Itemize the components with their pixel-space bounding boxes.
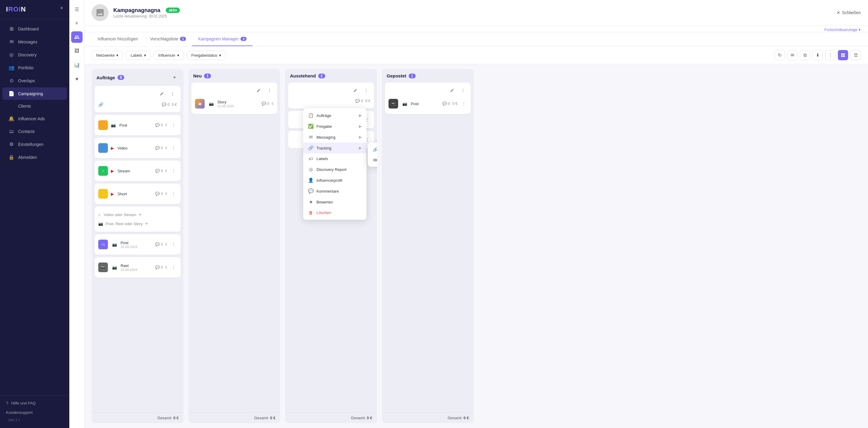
tab-kampagnen-manager[interactable]: Kampagnen Manager 3 (192, 32, 253, 46)
copy-button[interactable]: ⧉ (800, 50, 810, 60)
close-x-icon: ✕ (837, 10, 840, 15)
ctx-labels-label: Labels (316, 156, 328, 161)
ctx-discovery-report[interactable]: ◎ Discovery Report (303, 164, 367, 175)
download-button[interactable]: ⬇ (812, 50, 823, 60)
sidebar-item-einstellungen[interactable]: ⚙ Einstellungen (2, 138, 67, 150)
card-more-short[interactable]: ⋮ (170, 190, 177, 197)
ctx-labels[interactable]: 🏷 Labels (303, 153, 367, 164)
sidebar-item-dashboard[interactable]: ⊞ Dashboard (2, 23, 67, 35)
ctx-freigabe[interactable]: ✅ Freigabe ▶ (303, 121, 367, 132)
refresh-button[interactable]: ↻ (775, 50, 785, 60)
ctx-tracking[interactable]: 🔗 Tracking ▶ 🔗 Trackinglinks 🎟 Gutsche (303, 143, 367, 153)
more-button[interactable]: ⋮ (825, 50, 835, 60)
col-add-auftraege[interactable]: + (170, 73, 179, 82)
filter-influencer[interactable]: Influencer ▾ (154, 51, 184, 60)
add-row-instagram[interactable]: 📷 Post, Reel oder Story + (98, 219, 177, 228)
sidebar-item-campaigning[interactable]: 📄 Campaigning (2, 87, 67, 100)
instagram-icon-post2: 📷 (112, 242, 117, 247)
card-edit-icon-neu[interactable] (254, 86, 263, 95)
sidebar-item-messages[interactable]: ✉ Messages (2, 36, 67, 48)
chevron-freigabestatus: ▾ (219, 53, 221, 58)
card-more-video[interactable]: ⋮ (170, 145, 177, 151)
card-type-post2: Post (121, 241, 152, 245)
strip-chart[interactable]: 📊 (71, 59, 83, 70)
card-more-icon[interactable]: ⋮ (168, 90, 177, 98)
thumb-story: 🌅 (195, 99, 205, 109)
card-more-icon-neu[interactable]: ⋮ (265, 86, 274, 95)
strip-star[interactable]: ★ (71, 73, 83, 84)
ctx-influencerprofil-label: Influencerprofil (316, 178, 342, 183)
strip-list[interactable]: ≡ (71, 18, 83, 29)
card-more-icon-ausstehend[interactable]: ⋮ (362, 86, 370, 95)
card-edit-icon-gepostet[interactable] (448, 86, 456, 95)
ctx-kommentare[interactable]: 💬 Kommentare (303, 186, 367, 196)
card-more-stream[interactable]: ⋮ (170, 167, 177, 174)
tab-influencer-hinzufuegen[interactable]: Influencer hinzufügen (92, 32, 144, 46)
sidebar-version: IMS 3.7 (2, 417, 67, 423)
sidebar-item-portfolio[interactable]: 👥 Portfolio (2, 61, 67, 74)
card-more-post[interactable]: ⋮ (170, 122, 177, 128)
strip-users[interactable] (71, 31, 83, 43)
comment-stat: 💬 0 (162, 102, 169, 107)
card-more-gepostet[interactable]: ⋮ (461, 100, 467, 107)
context-submenu: 🔗 Trackinglinks 🎟 Gutschein (368, 143, 377, 167)
sidebar-item-abmelden[interactable]: 🔒 Abmelden (2, 151, 67, 163)
ctx-gutschein[interactable]: 🎟 Gutschein (368, 155, 377, 165)
card-row-post2: +1 📷 Post 16.09.2024 💬 0 € ⋮ (98, 238, 177, 251)
instagram-icon-add: 📷 (98, 221, 103, 226)
sidebar-item-influencer-ads[interactable]: 🔔 Influencer Ads (2, 113, 67, 125)
campaign-meta: Letzte Aktualisierung: 30.01.2025 (113, 14, 832, 19)
card-more-post2[interactable]: ⋮ (170, 241, 177, 248)
ctx-influencerprofil[interactable]: 👤 Influencerprofil (303, 175, 367, 186)
ctx-discovery-report-icon: ◎ (308, 167, 313, 172)
link-icon: 🔗 (98, 102, 103, 107)
ctx-influencerprofil-icon: 👤 (308, 178, 313, 183)
sidebar-close-icon[interactable]: × (60, 5, 63, 11)
card-row-video: ▶ Video 💬 0 € ⋮ (98, 141, 177, 155)
card-date-post2: 16.09.2024 (121, 245, 152, 249)
filter-labels[interactable]: Labels ▾ (126, 51, 150, 60)
ctx-freigabe-icon: ✅ (308, 124, 313, 129)
card-more-reel[interactable]: ⋮ (170, 264, 177, 271)
card-edit-icon[interactable] (158, 90, 166, 98)
sidebar-item-contacts[interactable]: 🗂 Contacts (2, 125, 67, 137)
thumb-blue (98, 143, 108, 153)
kanban-cards-auftraege: ⋮ 🔗 💬 0 0 € 📷 (92, 86, 184, 412)
card-edit-icon-ausstehend[interactable] (351, 86, 360, 95)
progress-link[interactable]: Fortschrittsanzeige ▾ (824, 27, 861, 32)
filter-freigabestatus[interactable]: Freigabestatus ▾ (187, 51, 226, 60)
add-row-youtube[interactable]: ▶ Video oder Stream + (98, 210, 177, 219)
view-list-button[interactable]: ☰ (850, 50, 861, 60)
icon-strip: ☰ ≡ 🖼 📊 ★ (69, 0, 84, 428)
card-auftraege-7: +1 📷 Post 16.09.2024 💬 0 € ⋮ (95, 234, 181, 255)
thumb-cam2: 📷 (389, 99, 398, 109)
card-date-story: 12.09.2024 (217, 104, 258, 108)
strip-menu[interactable]: ☰ (71, 4, 83, 15)
filter-netzwerke[interactable]: Netzwerke ▾ (92, 51, 123, 60)
sidebar-item-overlaps[interactable]: ⊙ Overlaps (2, 74, 67, 87)
sidebar-item-discovery[interactable]: ◎ Discovery (2, 49, 67, 61)
close-button[interactable]: ✕ Schließen (837, 10, 861, 15)
ctx-messaging[interactable]: ✉ Messaging ▶ (303, 132, 367, 143)
email-button[interactable]: ✉ (787, 50, 798, 60)
card-more-icon-gepostet[interactable]: ⋮ (459, 86, 467, 95)
card-stats-short: 💬 0 € (155, 192, 167, 196)
ctx-auftraege[interactable]: 📋 Aufträge ▶ (303, 110, 367, 121)
tab-badge-kampagnen-manager: 3 (241, 37, 247, 41)
kanban-cards-gepostet: ⋮ 📷 📷 Post 💬 0 0 € ⋮ (382, 83, 474, 412)
tab-vorschlagsliste[interactable]: Vorschlagsliste 1 (144, 32, 192, 46)
sidebar-item-clients[interactable]: Clients (2, 100, 67, 112)
kanban-footer-ausstehend: Gesamt: 0 € (285, 412, 377, 423)
view-grid-button[interactable] (838, 50, 848, 60)
ctx-loeschen[interactable]: 🗑 Löschen (303, 207, 367, 218)
ctx-bewerten[interactable]: ★ Bewerten (303, 196, 367, 207)
messages-icon: ✉ (8, 39, 14, 44)
ctx-tracking-label: Tracking (316, 146, 331, 150)
ctx-kommentare-label: Kommentare (316, 189, 339, 193)
sidebar-item-kundensupport[interactable]: Kundensupport (2, 408, 67, 417)
sidebar-item-hilfe[interactable]: ? Hilfe und FAQ (2, 398, 67, 408)
thumb-green: ✓ (98, 166, 108, 176)
strip-image[interactable]: 🖼 (71, 45, 83, 57)
col-header-gepostet: Gepostet 1 (382, 69, 474, 83)
ctx-trackinglinks[interactable]: 🔗 Trackinglinks (368, 144, 377, 155)
